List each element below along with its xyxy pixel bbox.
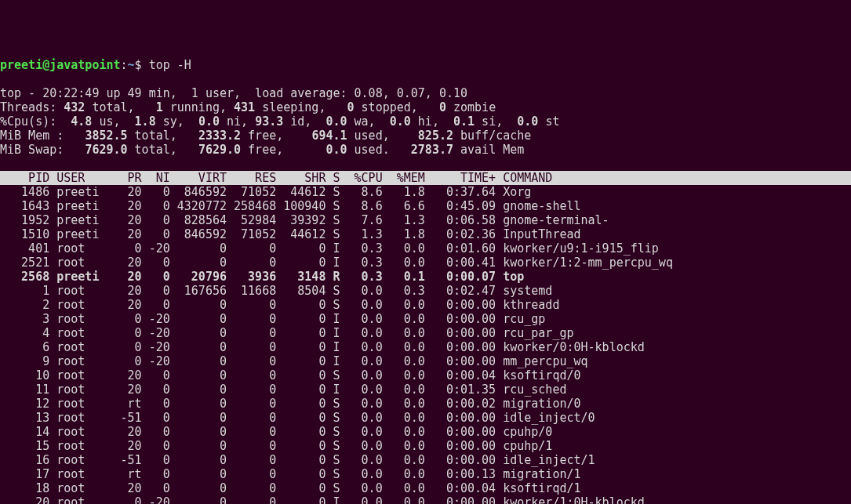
cpu-line: %Cpu(s): 4.8 us, 1.8 sy, 0.0 ni, 93.3 id… xyxy=(0,114,559,129)
prompt-dollar: $ xyxy=(135,58,149,72)
process-row: 18 root 20 0 0 0 0 S 0.0 0.0 0:00.04 kso… xyxy=(0,481,581,495)
process-row: 20 root 0 -20 0 0 0 I 0.0 0.0 0:00.00 kw… xyxy=(0,495,645,504)
prompt-path: ~ xyxy=(128,58,135,72)
process-row: 10 root 20 0 0 0 0 S 0.0 0.0 0:00.04 kso… xyxy=(0,368,581,383)
process-row: 1643 preeti 20 0 4320772 258468 100940 S… xyxy=(0,199,581,213)
process-row: 6 root 0 -20 0 0 0 I 0.0 0.0 0:00.00 kwo… xyxy=(0,340,645,354)
process-row: 11 root 20 0 0 0 0 I 0.0 0.0 0:01.35 rcu… xyxy=(0,383,566,397)
process-row: 3 root 0 -20 0 0 0 I 0.0 0.0 0:00.00 rcu… xyxy=(0,312,545,326)
command-text: top -H xyxy=(149,58,191,72)
process-row: 2 root 20 0 0 0 0 S 0.0 0.0 0:00.00 kthr… xyxy=(0,298,559,312)
process-row: 401 root 0 -20 0 0 0 I 0.3 0.0 0:01.60 k… xyxy=(0,241,659,256)
swap-line: MiB Swap: 7629.0 total, 7629.0 free, 0.0… xyxy=(0,143,524,157)
process-row: 16 root -51 0 0 0 0 S 0.0 0.0 0:00.00 id… xyxy=(0,453,595,467)
process-header: PID USER PR NI VIRT RES SHR S %CPU %MEM … xyxy=(0,171,851,185)
process-row: 14 root 20 0 0 0 0 S 0.0 0.0 0:00.00 cpu… xyxy=(0,425,552,439)
process-row: 9 root 0 -20 0 0 0 I 0.0 0.0 0:00.00 mm_… xyxy=(0,354,588,368)
process-row: 1952 preeti 20 0 828564 52984 39392 S 7.… xyxy=(0,213,609,227)
process-row: 17 root rt 0 0 0 0 S 0.0 0.0 0:00.13 mig… xyxy=(0,467,581,481)
process-row: 1486 preeti 20 0 846592 71052 44612 S 8.… xyxy=(0,185,531,199)
process-row: 1510 preeti 20 0 846592 71052 44612 S 1.… xyxy=(0,227,581,241)
process-row: 4 root 0 -20 0 0 0 I 0.0 0.0 0:00.00 rcu… xyxy=(0,326,574,340)
process-row: 12 root rt 0 0 0 0 S 0.0 0.0 0:00.02 mig… xyxy=(0,397,581,411)
process-row: 2521 root 20 0 0 0 0 I 0.3 0.0 0:00.41 k… xyxy=(0,256,673,270)
threads-line: Threads: 432 total, 1 running, 431 sleep… xyxy=(0,100,496,114)
prompt-colon: : xyxy=(121,58,128,72)
process-row: 15 root 20 0 0 0 0 S 0.0 0.0 0:00.00 cpu… xyxy=(0,439,552,453)
prompt-user: preeti@javatpoint xyxy=(0,58,121,72)
process-row: 2568 preeti 20 0 20796 3936 3148 R 0.3 0… xyxy=(0,270,524,284)
terminal[interactable]: preeti@javatpoint:~$ top -H top - 20:22:… xyxy=(0,58,851,504)
process-list: 1486 preeti 20 0 846592 71052 44612 S 8.… xyxy=(0,185,851,504)
summary-line1: top - 20:22:49 up 49 min, 1 user, load a… xyxy=(0,86,467,100)
process-row: 13 root -51 0 0 0 0 S 0.0 0.0 0:00.00 id… xyxy=(0,411,595,425)
mem-line: MiB Mem : 3852.5 total, 2333.2 free, 694… xyxy=(0,129,531,143)
process-row: 1 root 20 0 167656 11668 8504 S 0.0 0.3 … xyxy=(0,284,552,298)
